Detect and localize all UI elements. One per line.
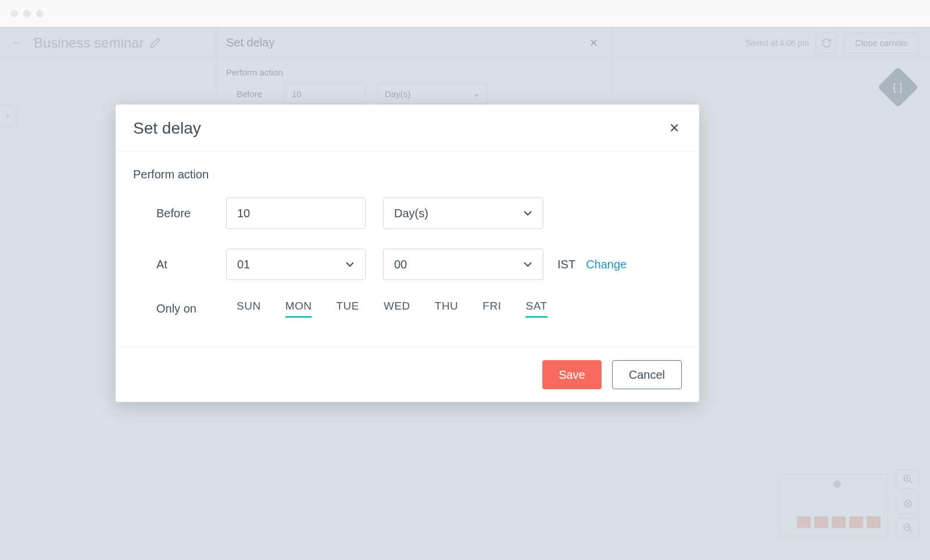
modal-header: Set delay ✕ [116, 105, 699, 152]
minute-value: 00 [394, 258, 407, 271]
modal-footer: Save Cancel [116, 347, 699, 402]
chevron-down-icon [345, 261, 355, 267]
chevron-down-icon [523, 261, 532, 267]
browser-chrome [0, 0, 930, 27]
day-mon[interactable]: MON [285, 300, 312, 318]
before-row: Before 10 Day(s) [133, 198, 682, 229]
set-delay-modal: Set delay ✕ Perform action Before 10 Day… [116, 105, 699, 402]
chrome-dot [10, 10, 18, 17]
section-label: Perform action [133, 168, 682, 181]
chrome-dot [36, 10, 44, 17]
day-fri[interactable]: FRI [482, 300, 501, 318]
chevron-down-icon [523, 210, 532, 216]
day-thu[interactable]: THU [435, 300, 459, 318]
save-button[interactable]: Save [542, 360, 602, 389]
modal-title: Set delay [133, 119, 667, 138]
close-icon[interactable]: ✕ [667, 119, 682, 138]
change-timezone-link[interactable]: Change [586, 258, 627, 271]
modal-body: Perform action Before 10 Day(s) At 01 00… [116, 152, 699, 347]
cancel-button[interactable]: Cancel [612, 360, 682, 389]
timezone-text: IST [557, 258, 575, 271]
before-label: Before [133, 207, 226, 220]
before-unit-select[interactable]: Day(s) [383, 198, 543, 229]
before-value: 10 [237, 207, 250, 220]
chrome-dot [23, 10, 31, 17]
cancel-label: Cancel [629, 368, 665, 382]
before-value-input[interactable]: 10 [226, 198, 366, 229]
day-sun[interactable]: SUN [237, 300, 261, 318]
save-label: Save [559, 368, 585, 382]
hour-value: 01 [237, 258, 250, 271]
only-on-row: Only on SUNMONTUEWEDTHUFRISAT [133, 300, 682, 318]
day-wed[interactable]: WED [384, 300, 410, 318]
before-unit-value: Day(s) [394, 207, 428, 220]
at-row: At 01 00 IST Change [133, 249, 682, 280]
minute-select[interactable]: 00 [383, 249, 543, 280]
at-label: At [133, 258, 226, 271]
only-on-label: Only on [133, 302, 226, 315]
hour-select[interactable]: 01 [226, 249, 366, 280]
day-sat[interactable]: SAT [525, 300, 547, 318]
days-list: SUNMONTUEWEDTHUFRISAT [226, 300, 548, 318]
day-tue[interactable]: TUE [336, 300, 359, 318]
